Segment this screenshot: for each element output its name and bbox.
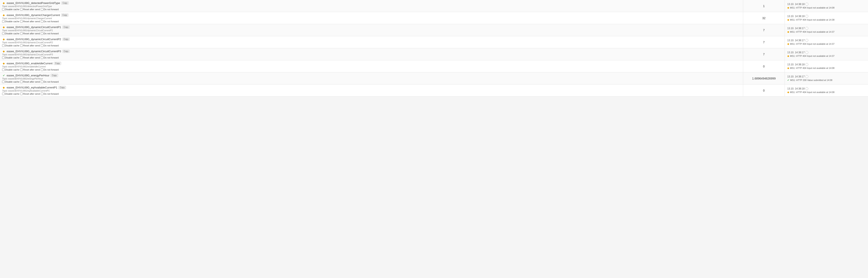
reset-after-send-label[interactable]: Reset after send [20, 44, 40, 47]
do-not-forward-checkbox[interactable] [41, 56, 43, 59]
copy-button[interactable]: Copy [61, 13, 68, 17]
reset-after-send-checkbox[interactable] [20, 56, 23, 59]
status-timestamp: 13.10. 14:38:18 [787, 63, 808, 66]
disable-cache-checkbox[interactable] [2, 68, 5, 71]
copy-button[interactable]: Copy [59, 86, 66, 89]
status-message: ◆MS1: HTTP 404 Input not available at 14… [787, 30, 835, 33]
copy-button[interactable]: Copy [54, 62, 61, 65]
reset-after-send-checkbox[interactable] [20, 32, 23, 35]
do-not-forward-label[interactable]: Do not forward [41, 8, 59, 10]
disable-cache-checkbox[interactable] [2, 81, 5, 83]
do-not-forward-checkbox[interactable] [41, 44, 43, 47]
node-label: easee_EHVVL69G_dynamicCircuitCurrentP3 [7, 50, 61, 53]
timestamp-text: 13.10. 14:38:18 [787, 15, 805, 18]
reset-after-send-checkbox[interactable] [20, 8, 23, 10]
node-value-cell: 32 [743, 12, 785, 24]
reset-after-send-label[interactable]: Reset after send [20, 8, 40, 10]
node-value: 1.6896494626999 [752, 77, 776, 80]
table-row: ◆easee_EHVVL69G_dynamicCircuitCurrentP1C… [0, 24, 868, 36]
node-name-row: ◆easee_EHVVL69G_dynamicCircuitCurrentP2C… [2, 37, 70, 41]
reset-after-send-label[interactable]: Reset after send [20, 68, 40, 71]
do-not-forward-checkbox[interactable] [41, 32, 43, 35]
disable-cache-checkbox[interactable] [2, 32, 5, 35]
node-topic: Topic easee/EHVVL69G/dynamicChargerCurre… [2, 17, 52, 20]
do-not-forward-checkbox[interactable] [41, 20, 43, 23]
status-circle-icon [805, 27, 808, 30]
node-name-row: ✔easee_EHVVL69G_energyPerHourCopy [2, 74, 58, 77]
disable-cache-label[interactable]: Disable cache [2, 68, 19, 71]
do-not-forward-label[interactable]: Do not forward [41, 20, 59, 23]
reset-after-send-checkbox[interactable] [20, 93, 23, 95]
orange-dot-icon: ◆ [2, 50, 5, 53]
green-check-icon: ✔ [2, 74, 5, 77]
node-label: easee_EHVVL69G_energyPerHour [7, 74, 49, 77]
orange-dot-icon: ◆ [2, 25, 5, 29]
node-name-cell: ◆easee_EHVVL69G_dynamicCircuitCurrentP2C… [0, 36, 743, 48]
node-value-cell: 7 [743, 24, 785, 36]
disable-cache-label[interactable]: Disable cache [2, 32, 19, 35]
copy-button[interactable]: Copy [51, 74, 58, 77]
do-not-forward-label[interactable]: Do not forward [41, 56, 59, 59]
status-text: MS1: HTTP 200 Value submitted at 14:08 [790, 79, 832, 81]
node-status-cell: 13.10. 14:38:18◆MS1: HTTP 404 Input not … [785, 60, 868, 72]
copy-button[interactable]: Copy [62, 50, 70, 53]
orange-status-icon: ◆ [787, 67, 789, 69]
reset-after-send-checkbox[interactable] [20, 20, 23, 23]
do-not-forward-checkbox[interactable] [41, 81, 43, 83]
reset-after-send-label[interactable]: Reset after send [20, 56, 40, 59]
do-not-forward-checkbox[interactable] [41, 93, 43, 95]
orange-status-icon: ◆ [787, 55, 789, 57]
disable-cache-checkbox[interactable] [2, 8, 5, 10]
disable-cache-label[interactable]: Disable cache [2, 81, 19, 83]
do-not-forward-label[interactable]: Do not forward [41, 32, 59, 35]
disable-cache-label[interactable]: Disable cache [2, 56, 19, 59]
disable-cache-checkbox[interactable] [2, 93, 5, 95]
node-status-cell: 13.10. 14:38:17◆MS1: HTTP 404 Input not … [785, 36, 868, 48]
do-not-forward-label[interactable]: Do not forward [41, 44, 59, 47]
node-topic: Topic easee/EHVVL69G/dynamicCircuitCurre… [2, 53, 53, 56]
timestamp-text: 13.10. 14:38:18 [787, 63, 805, 66]
disable-cache-label[interactable]: Disable cache [2, 44, 19, 47]
disable-cache-label[interactable]: Disable cache [2, 20, 19, 23]
copy-button[interactable]: Copy [62, 38, 70, 41]
status-text: MS1: HTTP 404 Input not available at 14:… [790, 55, 835, 57]
status-timestamp: 13.10. 14:38:18 [787, 87, 808, 90]
node-status-cell: 13.10. 14:38:18◆MS1: HTTP 404 Input not … [785, 0, 868, 12]
disable-cache-checkbox[interactable] [2, 44, 5, 47]
copy-button[interactable]: Copy [61, 1, 69, 5]
orange-dot-icon: ◆ [2, 86, 5, 89]
reset-after-send-label[interactable]: Reset after send [20, 93, 40, 95]
disable-cache-checkbox[interactable] [2, 20, 5, 23]
do-not-forward-checkbox[interactable] [41, 8, 43, 10]
node-value: 1 [763, 4, 765, 8]
do-not-forward-checkbox[interactable] [41, 68, 43, 71]
status-message: ◆MS1: HTTP 404 Input not available at 14… [787, 91, 835, 94]
node-name-cell: ◆easee_EHVVL69G_dynamicChargerCurrentCop… [0, 12, 743, 24]
do-not-forward-label[interactable]: Do not forward [41, 81, 59, 83]
status-text: MS1: HTTP 404 Input not available at 14:… [790, 43, 835, 45]
reset-after-send-checkbox[interactable] [20, 44, 23, 47]
disable-cache-label[interactable]: Disable cache [2, 8, 19, 10]
reset-after-send-label[interactable]: Reset after send [20, 81, 40, 83]
disable-cache-checkbox[interactable] [2, 56, 5, 59]
node-name-cell: ◆easee_EHVVL69G_dynamicCircuitCurrentP1C… [0, 24, 743, 36]
node-name-row: ◆easee_EHVVL69G_dynamicChargerCurrentCop… [2, 13, 68, 17]
copy-button[interactable]: Copy [62, 26, 70, 29]
status-circle-icon [805, 15, 808, 18]
table-row: ◆easee_EHVVL69G_dynamicChargerCurrentCop… [0, 12, 868, 24]
orange-status-icon: ◆ [787, 42, 789, 45]
status-timestamp: 13.10. 14:38:17 [787, 27, 808, 30]
do-not-forward-label[interactable]: Do not forward [41, 68, 59, 71]
do-not-forward-label[interactable]: Do not forward [41, 93, 59, 95]
status-circle-icon [805, 63, 808, 66]
node-value-cell: 7 [743, 36, 785, 48]
reset-after-send-label[interactable]: Reset after send [20, 20, 40, 23]
node-name-row: ◆easee_EHVVL69G_dynamicCircuitCurrentP3C… [2, 50, 70, 53]
reset-after-send-label[interactable]: Reset after send [20, 32, 40, 35]
node-status-cell: 13.10. 14:38:18◆MS1: HTTP 404 Input not … [785, 12, 868, 24]
status-message: ◆MS1: HTTP 404 Input not available at 14… [787, 18, 835, 21]
reset-after-send-checkbox[interactable] [20, 81, 23, 83]
disable-cache-label[interactable]: Disable cache [2, 93, 19, 95]
reset-after-send-checkbox[interactable] [20, 68, 23, 71]
status-text: MS1: HTTP 404 Input not available at 14:… [790, 6, 835, 9]
